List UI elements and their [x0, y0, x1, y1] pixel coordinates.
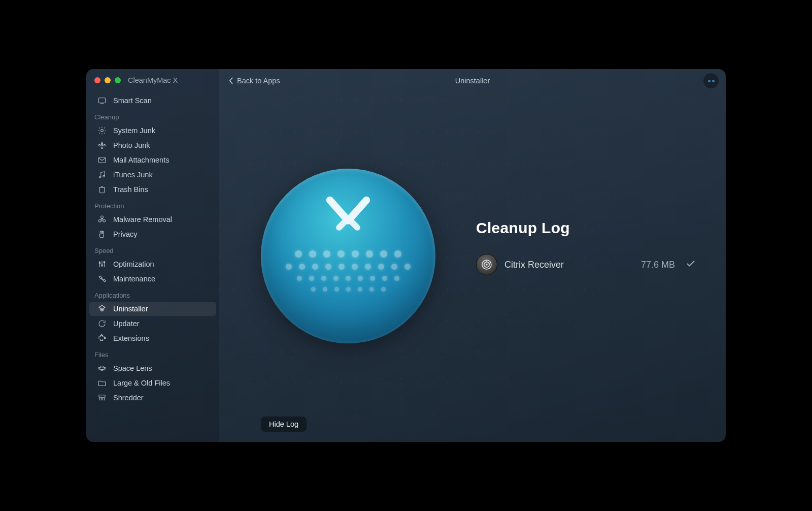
back-button[interactable]: Back to Apps: [228, 77, 280, 85]
sidebar-item-label: Optimization: [113, 260, 154, 268]
log-app-size: 77.6 MB: [641, 260, 675, 270]
sidebar-section-cleanup: Cleanup: [86, 108, 219, 123]
trash-icon: [97, 185, 107, 194]
minimize-button[interactable]: [105, 77, 111, 83]
cleanup-log: Cleanup Log Citrix Receiver 77.6 MB: [476, 219, 695, 275]
sidebar-item-label: Smart Scan: [113, 97, 152, 105]
folder-icon: [97, 378, 107, 388]
sidebar-item-trash-bins[interactable]: Trash Bins: [89, 182, 216, 197]
svg-point-10: [101, 218, 103, 220]
svg-point-8: [99, 176, 101, 178]
main-panel: Back to Apps Uninstaller: [219, 69, 726, 442]
sidebar-item-extensions[interactable]: Extensions: [89, 331, 216, 345]
svg-point-24: [486, 264, 488, 266]
svg-point-18: [105, 337, 106, 339]
sidebar-item-large-old-files[interactable]: Large & Old Files: [89, 376, 216, 390]
sidebar-item-maintenance[interactable]: Maintenance: [89, 272, 216, 286]
sidebar-item-label: Updater: [113, 320, 140, 328]
sidebar-item-malware-removal[interactable]: Malware Removal: [89, 212, 216, 227]
sidebar-item-smart-scan[interactable]: Smart Scan: [89, 93, 216, 108]
sidebar-item-mail-attachments[interactable]: Mail Attachments: [89, 153, 216, 167]
gauge-icon: [97, 96, 107, 105]
svg-point-9: [103, 175, 105, 177]
hand-icon: [97, 230, 107, 239]
svg-rect-21: [99, 395, 105, 398]
refresh-icon: [97, 319, 107, 328]
mail-icon: [97, 155, 107, 165]
sidebar-item-label: Malware Removal: [113, 215, 172, 223]
svg-point-20: [98, 367, 106, 370]
sidebar-item-photo-junk[interactable]: Photo Junk: [89, 138, 216, 152]
svg-rect-0: [98, 98, 106, 103]
window-controls: [94, 77, 121, 83]
sidebar-item-space-lens[interactable]: Space Lens: [89, 361, 216, 375]
biohazard-icon: [97, 215, 107, 224]
sliders-icon: [97, 260, 107, 269]
close-button[interactable]: [94, 77, 100, 83]
sidebar-section-protection: Protection: [86, 197, 219, 212]
sidebar-item-label: System Junk: [113, 126, 155, 135]
svg-point-13: [103, 219, 106, 222]
sidebar-item-uninstaller[interactable]: Uninstaller: [89, 302, 216, 316]
svg-point-6: [104, 144, 105, 146]
check-icon: [686, 260, 695, 269]
app-title: CleanMyMac X: [128, 76, 178, 84]
sidebar-item-label: Space Lens: [113, 364, 152, 372]
sidebar-item-label: Shredder: [113, 394, 144, 402]
music-icon: [97, 170, 107, 179]
fullscreen-button[interactable]: [115, 77, 121, 83]
gear-icon: [97, 126, 107, 135]
chevron-left-icon: [228, 77, 234, 85]
citrix-receiver-icon: [476, 254, 497, 275]
app-window: CleanMyMac X Smart Scan Cleanup System J…: [86, 69, 726, 442]
svg-point-5: [98, 144, 100, 146]
dot-icon: [708, 80, 710, 82]
cleanup-log-heading: Cleanup Log: [476, 219, 695, 237]
svg-point-2: [101, 144, 103, 146]
sidebar-item-label: Maintenance: [113, 275, 155, 283]
sidebar-item-system-junk[interactable]: System Junk: [89, 123, 216, 138]
sidebar-item-label: Trash Bins: [113, 185, 148, 194]
sidebar-item-label: iTunes Junk: [113, 171, 153, 179]
wrench-icon: [97, 274, 107, 283]
sidebar-item-label: Mail Attachments: [113, 156, 169, 164]
sidebar-section-speed: Speed: [86, 242, 219, 257]
svg-rect-7: [98, 157, 106, 163]
shower-dots: [286, 250, 411, 292]
log-app-name: Citrix Receiver: [504, 260, 634, 270]
sidebar-item-label: Large & Old Files: [113, 379, 170, 387]
sidebar-item-label: Photo Junk: [113, 141, 150, 149]
dot-icon: [712, 80, 715, 82]
sidebar-item-privacy[interactable]: Privacy: [89, 227, 216, 241]
sidebar-item-label: Extensions: [113, 334, 149, 342]
flower-icon: [97, 141, 107, 150]
log-row[interactable]: Citrix Receiver 77.6 MB: [476, 254, 695, 275]
sidebar-item-label: Privacy: [113, 230, 138, 238]
sidebar-nav: Smart Scan Cleanup System Junk Photo Jun…: [86, 91, 219, 442]
x-mark-icon: [321, 196, 376, 243]
svg-point-11: [101, 216, 104, 218]
puzzle-icon: [97, 334, 107, 343]
sidebar-item-shredder[interactable]: Shredder: [89, 391, 216, 405]
hide-log-button[interactable]: Hide Log: [261, 417, 307, 432]
planet-icon: [97, 364, 107, 373]
sidebar-section-files: Files: [86, 346, 219, 361]
sidebar-item-label: Uninstaller: [113, 305, 148, 313]
sidebar: CleanMyMac X Smart Scan Cleanup System J…: [86, 69, 219, 442]
shredder-icon: [97, 393, 107, 402]
sidebar-item-updater[interactable]: Updater: [89, 316, 216, 331]
back-label: Back to Apps: [237, 77, 280, 85]
cleanup-hero-icon: [261, 169, 435, 343]
svg-point-12: [98, 219, 101, 222]
svg-point-3: [101, 142, 103, 143]
sidebar-item-itunes-junk[interactable]: iTunes Junk: [89, 168, 216, 182]
svg-point-4: [101, 147, 103, 148]
uninstall-icon: [97, 304, 107, 313]
sidebar-item-optimization[interactable]: Optimization: [89, 257, 216, 271]
titlebar: CleanMyMac X: [86, 76, 219, 91]
page-title: Uninstaller: [455, 77, 490, 85]
sidebar-section-applications: Applications: [86, 286, 219, 301]
header: Back to Apps Uninstaller: [219, 69, 726, 92]
assistant-button[interactable]: [703, 73, 719, 88]
svg-point-1: [101, 130, 104, 132]
